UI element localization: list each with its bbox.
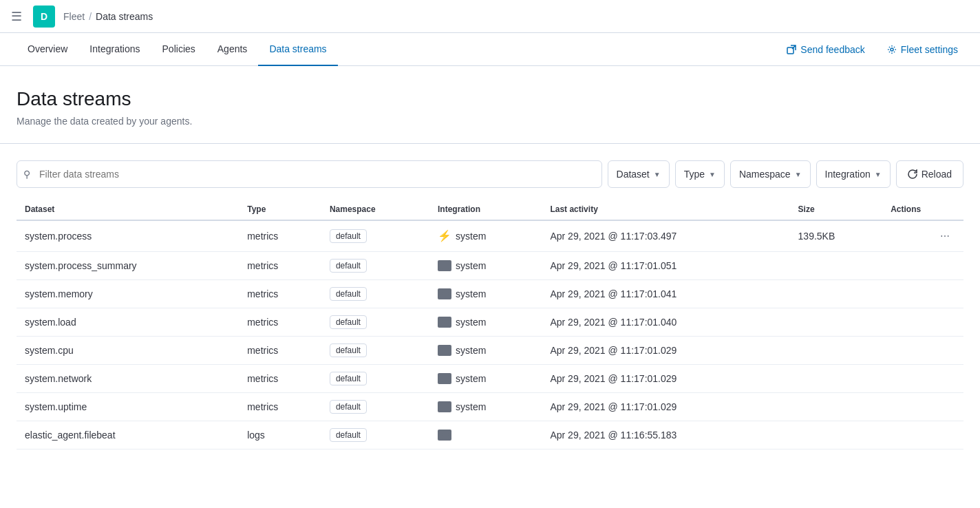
breadcrumb-separator: /: [89, 11, 92, 22]
chevron-down-icon: ▼: [709, 171, 716, 178]
cell-type: metrics: [239, 280, 321, 308]
cell-size: [790, 421, 883, 449]
svg-rect-13: [445, 322, 449, 326]
breadcrumb: Fleet / Data streams: [63, 11, 153, 22]
cell-actions: [882, 252, 963, 280]
table-row: system.uptime metrics default system Apr…: [17, 393, 963, 421]
namespace-filter-button[interactable]: Namespace ▼: [730, 160, 811, 188]
cell-size: [790, 365, 883, 393]
cell-last-activity: Apr 29, 2021 @ 11:17:01.029: [542, 393, 789, 421]
svg-rect-9: [445, 294, 449, 297]
cell-last-activity: Apr 29, 2021 @ 11:17:01.029: [542, 365, 789, 393]
svg-rect-19: [445, 374, 449, 377]
page-title: Data streams: [17, 88, 963, 110]
pulse-icon: ⚡: [438, 231, 451, 242]
svg-rect-29: [445, 435, 449, 438]
table-row: system.memory metrics default system Apr…: [17, 280, 963, 308]
data-streams-table: Dataset Type Namespace Integration Last …: [17, 199, 963, 449]
col-dataset: Dataset: [17, 199, 239, 220]
menu-icon[interactable]: ☰: [8, 6, 25, 27]
cell-integration: system: [429, 365, 542, 393]
cell-type: metrics: [239, 308, 321, 337]
cell-last-activity: Apr 29, 2021 @ 11:17:03.497: [542, 220, 789, 252]
cell-actions: [882, 280, 963, 308]
svg-rect-18: [439, 374, 443, 377]
svg-rect-4: [439, 266, 443, 269]
namespace-badge: default: [330, 315, 367, 329]
nav-item-policies[interactable]: Policies: [151, 33, 206, 66]
namespace-badge: default: [330, 372, 367, 385]
grid-icon: [438, 260, 451, 271]
reload-button[interactable]: Reload: [896, 160, 963, 188]
integration-name: system: [456, 401, 486, 412]
cell-namespace: default: [321, 421, 429, 449]
cell-dataset: system.process: [17, 220, 239, 252]
search-icon: ⚲: [23, 169, 30, 180]
integration-name: system: [456, 288, 486, 299]
reload-icon: [908, 169, 917, 179]
namespace-badge: default: [330, 259, 367, 273]
cell-dataset: system.uptime: [17, 393, 239, 421]
cell-namespace: default: [321, 252, 429, 280]
cell-actions: [882, 337, 963, 365]
breadcrumb-fleet[interactable]: Fleet: [63, 11, 85, 22]
svg-rect-14: [439, 346, 443, 349]
col-type: Type: [239, 199, 321, 220]
svg-rect-5: [445, 266, 449, 269]
svg-rect-7: [445, 289, 449, 293]
svg-rect-21: [445, 379, 449, 382]
table-row: system.network metrics default system Ap…: [17, 365, 963, 393]
integration-name: system: [456, 345, 486, 356]
cell-type: metrics: [239, 393, 321, 421]
col-namespace: Namespace: [321, 199, 429, 220]
svg-rect-25: [445, 407, 449, 410]
nav: Overview Integrations Policies Agents Da…: [0, 33, 980, 66]
cell-integration: system: [429, 280, 542, 308]
cell-namespace: default: [321, 280, 429, 308]
send-feedback-button[interactable]: Send feedback: [781, 41, 870, 58]
svg-rect-17: [445, 350, 449, 354]
fleet-settings-button[interactable]: Fleet settings: [882, 41, 963, 58]
cell-dataset: system.process_summary: [17, 252, 239, 280]
namespace-badge: default: [330, 428, 367, 442]
table-row: system.load metrics default system Apr 2…: [17, 308, 963, 337]
external-link-icon: [787, 45, 796, 54]
svg-rect-28: [439, 435, 443, 438]
nav-item-integrations[interactable]: Integrations: [78, 33, 151, 66]
nav-item-overview[interactable]: Overview: [17, 33, 78, 66]
cell-last-activity: Apr 29, 2021 @ 11:17:01.029: [542, 337, 789, 365]
table-row: system.process metrics default ⚡ system …: [17, 220, 963, 252]
table-row: elastic_agent.filebeat logs default Apr …: [17, 421, 963, 449]
type-filter-button[interactable]: Type ▼: [675, 160, 725, 188]
col-integration: Integration: [429, 199, 542, 220]
svg-rect-15: [445, 346, 449, 349]
grid-icon: [438, 430, 451, 441]
cell-actions: [882, 421, 963, 449]
integration-name: system: [456, 231, 486, 242]
search-input[interactable]: [17, 160, 602, 188]
cell-dataset: elastic_agent.filebeat: [17, 421, 239, 449]
cell-integration: [429, 421, 542, 449]
cell-actions: ⋯: [882, 220, 963, 252]
cell-type: metrics: [239, 365, 321, 393]
svg-rect-16: [439, 350, 443, 354]
cell-dataset: system.cpu: [17, 337, 239, 365]
svg-rect-8: [439, 294, 443, 297]
namespace-badge: default: [330, 229, 367, 243]
dataset-filter-button[interactable]: Dataset ▼: [608, 160, 670, 188]
integration-icon: [438, 260, 451, 271]
cell-actions: [882, 393, 963, 421]
search-wrap: ⚲: [17, 160, 602, 188]
grid-icon: [438, 288, 451, 299]
content: ⚲ Dataset ▼ Type ▼ Namespace ▼ Integrati…: [0, 144, 980, 466]
cell-dataset: system.network: [17, 365, 239, 393]
integration-filter-button[interactable]: Integration ▼: [816, 160, 891, 188]
nav-item-data-streams[interactable]: Data streams: [258, 33, 337, 66]
cell-type: metrics: [239, 220, 321, 252]
nav-item-agents[interactable]: Agents: [206, 33, 259, 66]
cell-size: [790, 393, 883, 421]
page-header: Data streams Manage the data created by …: [0, 66, 980, 144]
actions-menu-button[interactable]: ⋯: [935, 228, 955, 244]
integration-icon: [438, 317, 451, 328]
cell-namespace: default: [321, 365, 429, 393]
